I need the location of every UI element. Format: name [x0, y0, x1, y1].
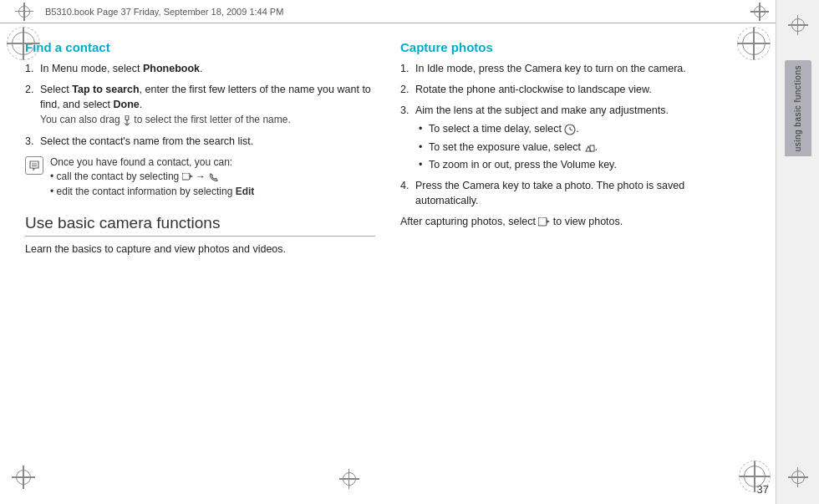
- step-3: 3. Select the contact's name from the se…: [25, 134, 375, 149]
- right-column: Capture photos 1. In Idle mode, press th…: [400, 40, 750, 487]
- svg-rect-0: [125, 115, 129, 120]
- capture-photos-title: Capture photos: [400, 40, 750, 54]
- adjustments-list: To select a time delay, select . To set …: [417, 121, 750, 171]
- decorative-crosshair-br: [739, 461, 771, 492]
- bullet-zoom: To zoom in or out, press the Volume key.: [417, 157, 750, 172]
- camera-functions-section: Use basic camera functions Learn the bas…: [25, 214, 375, 257]
- left-column: Find a contact 1. In Menu mode, select P…: [25, 40, 375, 487]
- camera-functions-subtitle: Learn the basics to capture and view pho…: [25, 242, 375, 257]
- capture-photos-section: Capture photos 1. In Idle mode, press th…: [400, 40, 750, 230]
- bottom-center-corner: [339, 469, 359, 489]
- find-contact-title: Find a contact: [25, 40, 375, 54]
- right-sidebar: using basic functions: [776, 0, 819, 504]
- capture-step-4: 4. Press the Camera key to take a photo.…: [400, 178, 750, 208]
- capture-step-1: 1. In Idle mode, press the Camera key to…: [400, 61, 750, 76]
- note-icon: [25, 156, 43, 175]
- svg-line-10: [570, 130, 572, 130]
- bottom-left-corner: [12, 466, 35, 489]
- svg-rect-6: [182, 173, 190, 180]
- sidebar-tab-label: using basic functions: [793, 65, 802, 151]
- svg-marker-7: [190, 175, 193, 178]
- find-contact-steps: 1. In Menu mode, select Phonebook. 2. Se…: [25, 61, 375, 149]
- svg-rect-12: [538, 217, 547, 226]
- sidebar-tab: using basic functions: [785, 60, 811, 156]
- note-content: Once you have found a contact, you can: …: [50, 155, 254, 199]
- camera-functions-title: Use basic camera functions: [25, 214, 375, 237]
- bullet-exposure: To set the exposure value, select .: [417, 140, 750, 155]
- top-bar-text: B5310.book Page 37 Friday, September 18,…: [45, 7, 283, 17]
- step-1: 1. In Menu mode, select Phonebook.: [25, 61, 375, 76]
- step-2: 2. Select Tap to search, enter the first…: [25, 82, 375, 128]
- decorative-crosshair-tl: [7, 27, 40, 60]
- note-box: Once you have found a contact, you can: …: [25, 155, 375, 199]
- capture-step-2: 2. Rotate the phone anti-clockwise to la…: [400, 82, 750, 97]
- svg-marker-13: [547, 220, 550, 223]
- top-bar: B5310.book Page 37 Friday, September 18,…: [0, 0, 819, 23]
- capture-steps: 1. In Idle mode, press the Camera key to…: [400, 61, 750, 208]
- decorative-crosshair-tr: [737, 27, 771, 60]
- main-content: Find a contact 1. In Menu mode, select P…: [0, 23, 776, 504]
- bullet-time-delay: To select a time delay, select .: [417, 121, 750, 136]
- find-contact-section: Find a contact 1. In Menu mode, select P…: [25, 40, 375, 199]
- capture-step-3: 3. Aim the lens at the subject and make …: [400, 103, 750, 172]
- after-capture-text: After capturing photos, select to view p…: [400, 214, 750, 230]
